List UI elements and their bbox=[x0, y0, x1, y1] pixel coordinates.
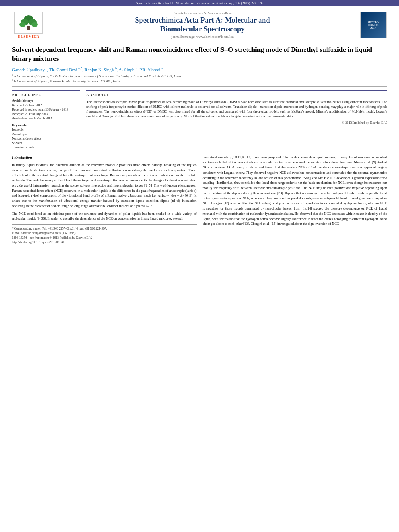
authors-line: Ganesh Upadhyay a, Th. Gomti Devi a,*, R… bbox=[12, 66, 387, 72]
journal-header: ELSEVIER Contents lists available at Sci… bbox=[8, 9, 391, 41]
intro-para-1: In binary liquid mixtures, the chemical … bbox=[12, 162, 197, 209]
keywords-label: Keywords: bbox=[12, 123, 80, 127]
sciverse-link: Contents lists available at SciVerse Sci… bbox=[49, 12, 356, 15]
elsevier-logo: ELSEVIER bbox=[12, 12, 45, 39]
journal-citation-bar: Spectrochimica Acta Part A: Molecular an… bbox=[0, 0, 399, 6]
header-divider bbox=[12, 86, 387, 87]
info-abstract-row: Article Info Article history: Received 2… bbox=[12, 90, 387, 150]
footer-notes: * Corresponding author. Tel.: +91 360 22… bbox=[12, 224, 197, 244]
abstract-panel: Abstract The isotropic and anisotropic R… bbox=[86, 90, 387, 150]
journal-homepage: journal homepage: www.elsevier.com/locat… bbox=[49, 35, 356, 39]
body-col-left: Introduction In binary liquid mixtures, … bbox=[12, 155, 197, 245]
abstract-title: Abstract bbox=[86, 93, 387, 97]
history-revised: Received in revised form 18 February 201… bbox=[12, 108, 80, 111]
keyword-5: Transition dipole bbox=[12, 146, 80, 149]
svg-rect-4 bbox=[27, 26, 30, 30]
issn-note: 1386-1425/$ - see front matter © 2013 Pu… bbox=[12, 236, 197, 240]
keywords-section: Keywords: Isotropic Anisotropic Noncoinc… bbox=[12, 123, 80, 149]
affiliation-b: b b Department of Physics, Banaras Hindu… bbox=[12, 79, 387, 83]
copyright-line: © 2013 Published by Elsevier B.V. bbox=[86, 121, 387, 125]
email-note: E-mail address: devigomti@yahoo.co.in (T… bbox=[12, 231, 197, 235]
body-col-right: theoretical models [8,10,11,16–18] have … bbox=[203, 155, 387, 245]
keyword-3: Noncoincidence effect bbox=[12, 137, 80, 140]
keyword-1: Isotropic bbox=[12, 128, 80, 131]
corresponding-note: * Corresponding author. Tel.: +91 360 22… bbox=[12, 226, 197, 231]
article-info-panel: Article Info Article history: Received 2… bbox=[12, 90, 80, 150]
keyword-4: Solvent bbox=[12, 141, 80, 145]
journal-title-block: Contents lists available at SciVerse Sci… bbox=[49, 12, 356, 38]
doi-note: http://dx.doi.org/10.1016/j.saa.2013.02.… bbox=[12, 240, 197, 244]
history-label: Article history: bbox=[12, 99, 80, 103]
history-available: Available online 6 March 2013 bbox=[12, 117, 80, 120]
citation-text: Spectrochimica Acta Part A: Molecular an… bbox=[136, 1, 263, 5]
article-title: Solvent dependent frequency shift and Ra… bbox=[12, 45, 387, 63]
history-received: Received 26 June 2012 bbox=[12, 103, 80, 107]
elsevier-brand: ELSEVIER bbox=[18, 35, 39, 39]
article-main: Solvent dependent frequency shift and Ra… bbox=[12, 45, 387, 244]
intro-para-2: The NCE considered as an efficient probe… bbox=[12, 211, 197, 222]
article-info-title: Article Info bbox=[12, 93, 80, 97]
affiliation-a: a a Department of Physics, North-Eastern… bbox=[12, 74, 387, 78]
elsevier-tree-image bbox=[14, 12, 43, 34]
body-section: Introduction In binary liquid mixtures, … bbox=[12, 155, 387, 245]
spectrochimica-logo: SPECTRO-CHIMICAACTA bbox=[360, 12, 387, 38]
history-accepted: Accepted 20 February 2013 bbox=[12, 112, 80, 116]
right-para-1: theoretical models [8,10,11,16–18] have … bbox=[203, 155, 387, 227]
svg-point-5 bbox=[19, 22, 26, 27]
journal-full-name: Spectrochimica Acta Part A: Molecular an… bbox=[49, 16, 356, 33]
keyword-2: Anisotropic bbox=[12, 132, 80, 136]
svg-point-6 bbox=[31, 22, 38, 27]
body-two-col: Introduction In binary liquid mixtures, … bbox=[12, 155, 387, 245]
abstract-body: The isotropic and anisotropic Raman peak… bbox=[86, 99, 387, 119]
introduction-heading: Introduction bbox=[12, 155, 197, 160]
